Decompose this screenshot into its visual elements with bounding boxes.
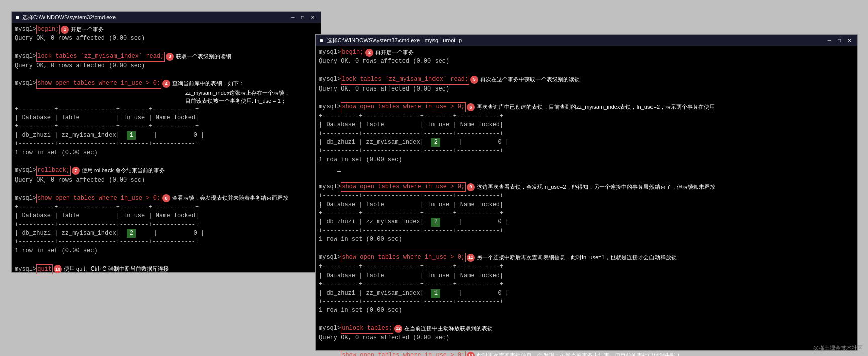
annotation-12: 12 <box>394 325 402 333</box>
table-footer-3: +----------+----------------+--------+--… <box>319 147 854 164</box>
cmd-line-ok2: Query OK, 0 rows affected (0.00 sec) <box>15 62 318 70</box>
minimize-btn-2[interactable]: ─ <box>825 37 833 44</box>
table-row-4: | db_zhuzi | zz_myisam_index| 2 | 0 | <box>319 218 854 226</box>
table-header-2: +----------+----------------+--------+--… <box>15 203 318 229</box>
titlebar-2: ■ 选择C:\WINDOWS\system32\cmd.exe - mysql … <box>316 35 857 46</box>
cmd-line-show3: mysql> show open tables where in_use > 0… <box>319 102 854 112</box>
cmd-line-show6: mysql> show open tables where in_use > 0… <box>319 351 854 356</box>
cmd-bye: Bye ^C C:\Users\XYSM> <box>15 274 318 300</box>
watermark: @稀土掘金技术社区 <box>813 344 863 352</box>
annotation-4-sub1: zz_myisam_index这张表上存在一个表锁； <box>15 89 290 97</box>
cmd-line-blank3 <box>15 157 318 166</box>
cmd-line-begin2: mysql> begin; 2 再开启一个事务 <box>319 48 854 57</box>
annotation-5: 5 <box>470 76 478 84</box>
titlebar-title-1: 选择C:\WINDOWS\system32\cmd.exe <box>22 14 116 21</box>
cmd-line-unlock: mysql> unlock tables; 12 在当前连接中主动释放获取到的表… <box>319 324 854 333</box>
maximize-btn-2[interactable]: □ <box>835 37 843 44</box>
cmd-line-begin: mysql> begin; 1 开启一个事务 <box>15 25 318 34</box>
titlebar-title-2: 选择C:\WINDOWS\system32\cmd.exe - mysql -u… <box>327 37 462 44</box>
table-footer-5: +----------+----------------+--------+--… <box>319 298 854 315</box>
cmd-line-blank1 <box>15 43 318 52</box>
cmd-line-lock2: mysql> lock tables `zz_myisam_index` rea… <box>319 75 854 84</box>
cmd-line-blank9 <box>319 244 854 253</box>
table-row-2: | db_zhuzi | zz_myisam_index| 2 | 0 | <box>15 229 318 238</box>
cmd-line-blank5 <box>15 255 318 264</box>
cmd-window-2: ■ 选择C:\WINDOWS\system32\cmd.exe - mysql … <box>315 34 858 351</box>
cmd-line-blank4 <box>15 185 318 193</box>
close-btn-1[interactable]: ✕ <box>309 14 317 21</box>
cmd-icon-2: ■ <box>320 37 323 43</box>
annotation-1: 1 <box>61 26 69 34</box>
cursor-block: █ <box>319 164 854 173</box>
annotation-13: 13 <box>467 352 475 356</box>
cmd-window-1: ■ 选择C:\WINDOWS\system32\cmd.exe ─ □ ✕ my… <box>11 11 321 273</box>
cmd-line-show4: mysql> show open tables where in_use > 0… <box>319 182 854 192</box>
table-header-5: +----------+----------------+--------+--… <box>319 262 854 289</box>
annotation-7: 7 <box>72 167 80 175</box>
table-header-1: +----------+----------------+--------+--… <box>15 105 318 131</box>
cmd-content-2: mysql> begin; 2 再开启一个事务 Query OK, 0 rows… <box>316 46 857 356</box>
cmd-line-ok4: Query OK, 0 rows affected (0.00 sec) <box>319 57 854 66</box>
cmd-line-blank2 <box>15 70 318 79</box>
titlebar-1: ■ 选择C:\WINDOWS\system32\cmd.exe ─ □ ✕ <box>12 12 321 23</box>
cmd-line-show1-wrapper: mysql> show open tables where in_use > 0… <box>15 79 318 105</box>
table-row-5: | db_zhuzi | zz_myisam_index| 1 | 0 | <box>319 289 854 298</box>
annotation-2: 2 <box>365 49 373 57</box>
table-row-3: | db_zhuzi | zz_myisam_index| 2 | 0 | <box>319 138 854 147</box>
annotation-3: 3 <box>166 53 174 61</box>
table-footer-2: +----------+----------------+--------+--… <box>15 238 318 255</box>
cmd-line-quit: mysql> quit 10 使用 quit、Ctrl+C 强制中断当前数据库连… <box>15 264 318 274</box>
window-controls-2[interactable]: ─ □ ✕ <box>825 37 853 44</box>
table-footer-4: +----------+----------------+--------+--… <box>319 227 854 244</box>
table-footer-1: +----------+----------------+--------+--… <box>15 140 318 157</box>
annotation-6: 6 <box>467 103 475 111</box>
cmd-line-blank7 <box>319 94 854 102</box>
table-header-3: +----------+----------------+--------+--… <box>319 112 854 138</box>
cmd-line-ok3: Query OK, 0 rows affected (0.00 sec) <box>15 176 318 185</box>
cmd-line-blank8 <box>319 173 854 182</box>
cmd-content-1: mysql> begin; 1 开启一个事务 Query OK, 0 rows … <box>12 23 321 302</box>
cmd-line-rollback: mysql> rollback; 7 使用 rollback 命令结束当前的事务 <box>15 166 318 175</box>
annotation-11: 11 <box>467 254 475 262</box>
cmd-line-ok6: Query OK, 0 rows affected (0.00 sec) <box>319 334 854 342</box>
annotation-4-sub2: 目前该表锁被一个事务使用: In_use = 1； <box>15 97 290 105</box>
maximize-btn-1[interactable]: □ <box>299 14 307 21</box>
cmd-line-lock1: mysql> lock tables `zz_myisam_index` rea… <box>15 52 318 61</box>
cmd-line-ok1: Query OK, 0 rows affected (0.00 sec) <box>15 34 318 43</box>
annotation-9: 9 <box>467 183 475 191</box>
annotation-4: 4 <box>162 80 170 88</box>
cmd-icon-1: ■ <box>16 14 19 20</box>
annotation-10: 10 <box>54 265 62 273</box>
cmd-line-ok5: Query OK, 0 rows affected (0.00 sec) <box>319 85 854 94</box>
table-header-4: +----------+----------------+--------+--… <box>319 192 854 218</box>
cmd-line-show5: mysql> show open tables where in_use > 0… <box>319 253 854 262</box>
minimize-btn-1[interactable]: ─ <box>289 14 297 21</box>
close-btn-2[interactable]: ✕ <box>845 37 853 44</box>
cmd-line-blank6 <box>319 66 854 75</box>
window-controls-1[interactable]: ─ □ ✕ <box>289 14 317 21</box>
table-row-1: | db_zhuzi | zz_myisam_index| 1 | 0 | <box>15 131 318 140</box>
cmd-line-blank10 <box>319 315 854 324</box>
cmd-line-blank11 <box>319 342 854 351</box>
annotation-8: 8 <box>162 194 170 202</box>
cmd-line-show1: mysql> show open tables where in_use > 0… <box>15 79 290 88</box>
cmd-line-show2: mysql> show open tables where in_use > 0… <box>15 194 318 203</box>
